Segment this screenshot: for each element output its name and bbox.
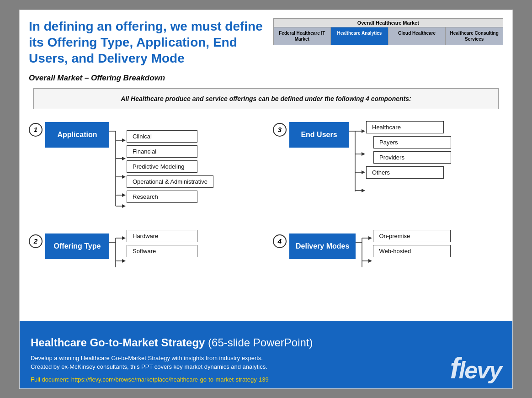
list-item: Predictive Modeling [127,160,213,173]
item-web-hosted: Web-hosted [373,245,451,257]
svg-marker-11 [122,204,126,208]
svg-marker-33 [368,259,372,263]
list-item: Clinical [127,130,213,143]
svg-marker-17 [362,152,365,156]
item-providers: Providers [373,151,451,164]
logo-f: f [450,352,458,385]
component-end-users: 3 End Users [273,118,503,201]
component-application: 1 Application [29,118,259,219]
footer-desc: Develop a winning Healthcare Go-to-Marke… [31,354,351,371]
footer-left: Healthcare Go-to-Market Strategy (65-sli… [31,336,450,383]
footer-link[interactable]: Full document: https://flevy.com/browse/… [31,376,450,383]
footer: Healthcare Go-to-Market Strategy (65-sli… [20,321,512,388]
num-badge-4: 4 [273,234,287,248]
connector-offering-type [109,230,127,276]
section-title: Overall Market – Offering Breakdown [20,71,512,86]
svg-marker-27 [122,259,126,263]
blue-box-delivery-modes: Delivery Modes [289,233,356,259]
list-item: Providers [366,151,451,164]
item-others: Others [366,166,444,179]
list-item: Software [127,245,197,257]
list-item: Financial [127,145,213,158]
items-application: Clinical Financial Predictive Modeling O… [127,130,213,203]
component-offering-type: 2 Offering Type [29,230,259,276]
connector-delivery-modes [356,230,373,276]
diagram-area: 1 Application [20,114,512,321]
list-item: On-premise [373,230,451,242]
list-item: Hardware [127,230,197,242]
market-item: Healthcare Consulting Services [446,27,503,45]
component-delivery-modes: 4 Delivery Modes [273,230,503,276]
item-research: Research [127,191,197,203]
item-software: Software [127,245,197,257]
slide-wrapper: In defining an offering, we must define … [19,10,513,389]
item-financial: Financial [127,145,197,158]
svg-marker-9 [122,193,126,197]
market-item: Healthcare Analytics [331,27,388,45]
num-badge-1: 1 [29,123,43,137]
diagram-row-1: 1 Application [29,118,503,219]
num-badge-2: 2 [29,234,43,248]
info-box: All Healthcare produce and service offer… [33,88,499,109]
items-end-users: Healthcare Payers Providers Others [366,121,451,179]
blue-box-end-users: End Users [289,122,349,148]
footer-title-bold: Healthcare Go-to-Market Strategy [31,336,205,349]
list-item: Payers [366,136,451,149]
diagram-row-2: 2 Offering Type [29,230,503,276]
list-item: Research [127,191,213,203]
blue-box-application: Application [45,122,109,148]
svg-marker-15 [362,129,365,133]
item-predictive: Predictive Modeling [127,160,197,173]
item-healthcare: Healthcare [366,121,444,133]
blue-box-offering-type: Offering Type [45,233,109,259]
svg-marker-7 [122,175,126,179]
header: In defining an offering, we must define … [20,10,512,71]
market-box: Overall Healthcare Market Federal Health… [273,18,504,45]
item-clinical: Clinical [127,130,197,143]
footer-title-normal: (65-slide PowerPoint) [205,336,313,349]
svg-marker-31 [368,236,372,240]
svg-marker-3 [122,138,126,142]
market-box-title: Overall Healthcare Market [274,19,503,27]
footer-title: Healthcare Go-to-Market Strategy (65-sli… [31,336,450,349]
connector-end-users [349,118,366,201]
list-item: Healthcare [366,121,451,133]
connector-application [109,118,127,219]
logo-rest: levy [459,357,501,383]
items-delivery-modes: On-premise Web-hosted [373,230,451,257]
item-on-premise: On-premise [373,230,451,242]
svg-marker-25 [122,236,126,240]
num-badge-3: 3 [273,123,287,137]
item-hardware: Hardware [127,230,197,242]
header-title: In defining an offering, we must define … [29,18,264,66]
item-payers: Payers [373,136,451,149]
footer-logo: flevy [450,354,501,383]
market-box-items: Federal Healthcare IT MarketHealthcare A… [274,27,503,45]
list-item: Web-hosted [373,245,451,257]
items-offering-type: Hardware Software [127,230,197,257]
list-item: Others [366,166,451,179]
market-item: Federal Healthcare IT Market [274,27,331,45]
list-item: Operational & Administrative [127,175,213,188]
market-item: Cloud Healthcare [388,27,446,45]
item-operational: Operational & Administrative [127,175,213,188]
svg-marker-19 [362,170,365,174]
svg-marker-5 [122,157,126,160]
svg-marker-21 [362,189,365,192]
